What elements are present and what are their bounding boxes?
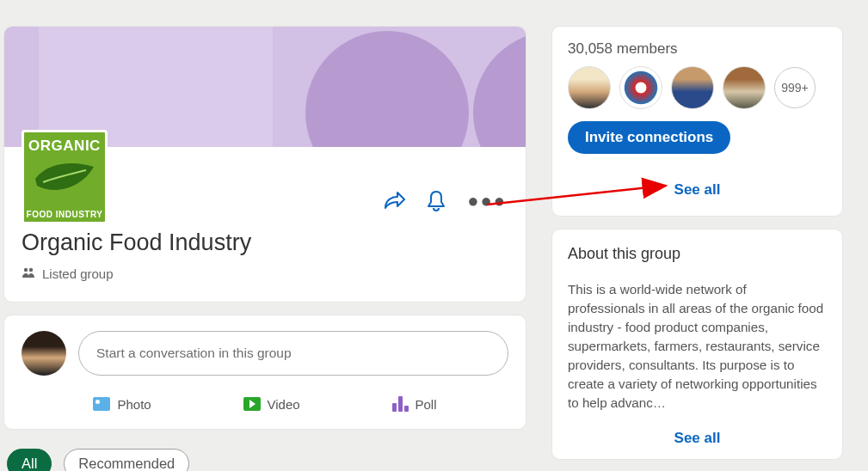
about-heading: About this group xyxy=(568,245,827,263)
video-icon xyxy=(243,397,261,411)
member-avatars: 999+ xyxy=(568,66,827,109)
video-label: Video xyxy=(268,397,300,412)
member-avatar[interactable] xyxy=(671,66,714,109)
poll-button[interactable]: Poll xyxy=(384,391,446,417)
member-avatar[interactable] xyxy=(568,66,611,109)
share-icon[interactable] xyxy=(383,192,405,211)
about-body: This is a world-wide network of professi… xyxy=(568,280,827,413)
bell-icon[interactable] xyxy=(426,190,446,212)
about-see-all-link[interactable]: See all xyxy=(568,430,827,447)
start-post-placeholder: Start a conversation in this group xyxy=(96,346,292,361)
start-post-input[interactable]: Start a conversation in this group xyxy=(78,331,508,376)
user-avatar[interactable] xyxy=(22,331,66,376)
filter-recommended[interactable]: Recommended xyxy=(64,449,189,471)
people-icon xyxy=(22,266,35,281)
invite-connections-button[interactable]: Invite connections xyxy=(568,121,730,154)
start-post-card: Start a conversation in this group Photo… xyxy=(3,315,526,430)
member-avatar[interactable] xyxy=(723,66,766,109)
members-count: 30,058 members xyxy=(568,40,827,58)
svg-point-0 xyxy=(24,268,28,272)
logo-text-top: ORGANIC xyxy=(26,138,103,155)
video-button[interactable]: Video xyxy=(235,391,309,417)
photo-icon xyxy=(93,397,110,411)
listed-text: Listed group xyxy=(42,266,114,281)
group-title: Organic Food Industry xyxy=(22,229,526,256)
feed-filter-row: All Recommended xyxy=(3,449,526,471)
member-overflow[interactable]: 999+ xyxy=(774,67,816,108)
group-header-card: ORGANIC FOOD INDUSTRY ●●● Organic Food I… xyxy=(3,26,526,303)
group-logo[interactable]: ORGANIC FOOD INDUSTRY xyxy=(22,130,108,224)
about-card: About this group This is a world-wide ne… xyxy=(551,229,843,460)
listed-group-label: Listed group xyxy=(22,266,526,281)
cover-image xyxy=(4,27,526,147)
poll-icon xyxy=(392,396,409,412)
leaf-icon xyxy=(33,158,96,198)
member-avatar[interactable] xyxy=(619,66,662,109)
filter-all[interactable]: All xyxy=(7,449,52,471)
photo-button[interactable]: Photo xyxy=(84,391,159,417)
poll-label: Poll xyxy=(416,397,437,412)
members-see-all-link[interactable]: See all xyxy=(568,181,827,199)
members-card: 30,058 members 999+ Invite connections S… xyxy=(551,26,843,217)
photo-label: Photo xyxy=(117,397,151,412)
logo-text-bottom: FOOD INDUSTRY xyxy=(27,210,103,219)
svg-point-1 xyxy=(29,268,33,272)
